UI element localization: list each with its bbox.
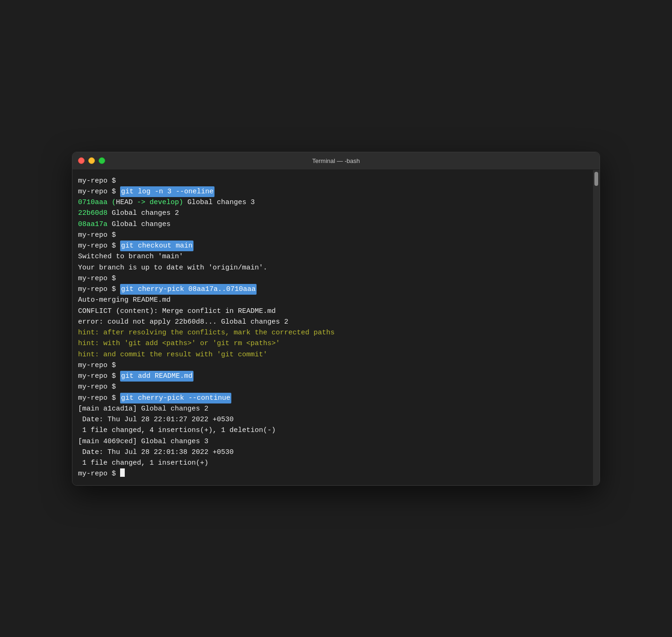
terminal-line: Date: Thu Jul 28 22:01:27 2022 +0530: [78, 414, 586, 425]
command-text: git checkout main: [120, 241, 193, 251]
git-hash: 0710aaa: [78, 197, 107, 208]
terminal-line: hint: with 'git add <paths>' or 'git rm …: [78, 338, 586, 349]
output-text: 1 file changed, 1 insertion(+): [78, 458, 208, 468]
prompt: my-repo $: [78, 382, 116, 392]
terminal-line: my-repo $: [78, 360, 586, 371]
git-head: HEAD: [116, 197, 133, 208]
terminal-line-cursor: my-repo $: [78, 468, 586, 479]
prompt: my-repo $: [78, 176, 116, 186]
terminal-window: Terminal — -bash my-repo $ my-repo $ git…: [72, 152, 600, 486]
terminal-line: [main a1cad1a] Global changes 2: [78, 403, 586, 414]
output-text: CONFLICT (content): Merge conflict in RE…: [78, 306, 276, 317]
terminal-line: error: could not apply 22b60d8... Global…: [78, 317, 586, 327]
terminal-line: my-repo $ git cherry-pick 08aa17a..0710a…: [78, 284, 586, 295]
window-title: Terminal — -bash: [312, 157, 360, 164]
close-button[interactable]: [78, 157, 85, 164]
terminal-line: 22b60d8 Global changes 2: [78, 208, 586, 219]
output-text: Auto-merging README.md: [78, 295, 171, 305]
hint-text: hint: after resolving the conflicts, mar…: [78, 327, 335, 338]
command-text: git log -n 3 --oneline: [120, 186, 214, 197]
hint-text: hint: and commit the result with 'git co…: [78, 349, 267, 360]
terminal-line: 1 file changed, 1 insertion(+): [78, 458, 586, 468]
git-branch: develop: [150, 197, 179, 208]
terminal-line: [main 4069ced] Global changes 3: [78, 436, 586, 447]
titlebar: Terminal — -bash: [72, 152, 600, 170]
output-text: Your branch is up to date with 'origin/m…: [78, 262, 267, 273]
output-text: Date: Thu Jul 28 22:01:38 2022 +0530: [78, 447, 234, 458]
terminal-line: Date: Thu Jul 28 22:01:38 2022 +0530: [78, 447, 586, 458]
terminal-line: Auto-merging README.md: [78, 295, 586, 305]
git-hash: 08aa17a: [78, 219, 107, 230]
terminal-line: my-repo $ git add README.md: [78, 371, 586, 382]
output-text: [main 4069ced] Global changes 3: [78, 436, 208, 447]
git-msg: Global changes 2: [107, 208, 179, 219]
output-text: 1 file changed, 4 insertions(+), 1 delet…: [78, 425, 276, 436]
terminal-line: my-repo $: [78, 273, 586, 284]
maximize-button[interactable]: [99, 157, 105, 164]
command-text: git cherry-pick 08aa17a..0710aaa: [120, 284, 257, 295]
terminal-line: hint: and commit the result with 'git co…: [78, 349, 586, 360]
prompt: my-repo $: [78, 360, 116, 371]
output-text: Switched to branch 'main': [78, 251, 183, 262]
output-text: Date: Thu Jul 28 22:01:27 2022 +0530: [78, 414, 234, 425]
prompt: my-repo $: [78, 468, 120, 479]
output-text: [main a1cad1a] Global changes 2: [78, 403, 208, 414]
terminal-line: my-repo $: [78, 176, 586, 186]
prompt: my-repo $: [78, 230, 116, 241]
terminal-line: 1 file changed, 4 insertions(+), 1 delet…: [78, 425, 586, 436]
output-text: error: could not apply 22b60d8... Global…: [78, 317, 288, 327]
prompt: my-repo $: [78, 371, 120, 382]
prompt: my-repo $: [78, 284, 120, 295]
git-arrow: ->: [133, 197, 150, 208]
terminal-line: 08aa17a Global changes: [78, 219, 586, 230]
terminal-line: hint: after resolving the conflicts, mar…: [78, 327, 586, 338]
terminal-line: Switched to branch 'main': [78, 251, 586, 262]
terminal-line: Your branch is up to date with 'origin/m…: [78, 262, 586, 273]
scrollbar-thumb[interactable]: [594, 172, 598, 186]
git-msg: Global changes: [107, 219, 171, 230]
terminal-line: my-repo $: [78, 382, 586, 392]
terminal-line: my-repo $ git checkout main: [78, 241, 586, 251]
prompt: my-repo $: [78, 186, 120, 197]
git-hash: 22b60d8: [78, 208, 107, 219]
git-ref-close: ): [179, 197, 183, 208]
scrollbar[interactable]: [593, 170, 600, 485]
git-msg: Global changes 3: [183, 197, 255, 208]
command-text: git cherry-pick --continue: [120, 393, 231, 403]
prompt: my-repo $: [78, 241, 120, 251]
terminal-body[interactable]: my-repo $ my-repo $ git log -n 3 --oneli…: [72, 170, 593, 485]
prompt: my-repo $: [78, 393, 120, 403]
terminal-line: my-repo $ git cherry-pick --continue: [78, 393, 586, 403]
cursor: [120, 468, 125, 477]
hint-text: hint: with 'git add <paths>' or 'git rm …: [78, 338, 280, 349]
traffic-lights: [78, 157, 105, 164]
prompt: my-repo $: [78, 273, 116, 284]
terminal-line: CONFLICT (content): Merge conflict in RE…: [78, 306, 586, 317]
terminal-line: my-repo $: [78, 230, 586, 241]
git-ref-open: (: [112, 197, 116, 208]
minimize-button[interactable]: [88, 157, 95, 164]
terminal-line: 0710aaa (HEAD -> develop) Global changes…: [78, 197, 586, 208]
command-text: git add README.md: [120, 371, 193, 382]
git-space: [107, 197, 112, 208]
terminal-line: my-repo $ git log -n 3 --oneline: [78, 186, 586, 197]
